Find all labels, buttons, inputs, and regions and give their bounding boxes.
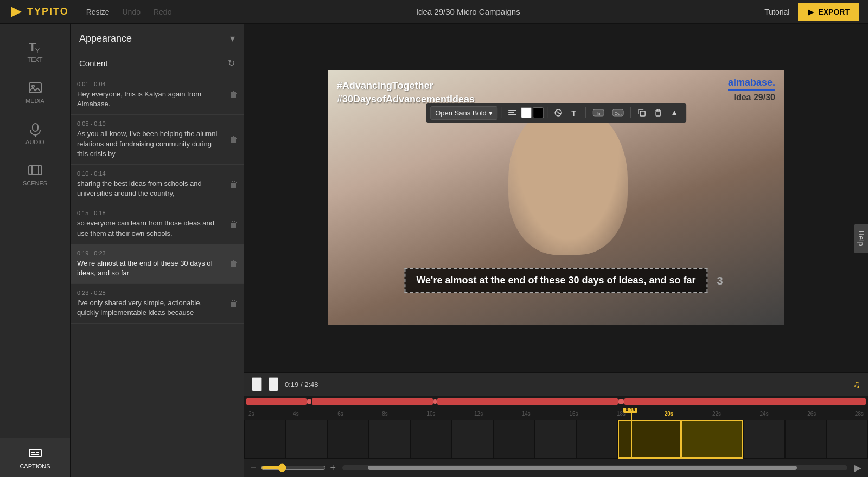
- caption-item-3[interactable]: 0:15 - 0:18 so everyone can learn from t…: [71, 204, 244, 244]
- dropdown-arrow-icon: ▾: [489, 109, 493, 117]
- toolbar-separator-4: [630, 107, 631, 118]
- svg-rect-14: [508, 110, 516, 111]
- panel-collapse-icon[interactable]: ▾: [230, 33, 235, 44]
- svg-text:T: T: [571, 109, 576, 117]
- caption-item-4[interactable]: 0:19 - 0:23 We're almost at the end of t…: [71, 244, 244, 284]
- zoom-slider[interactable]: [261, 463, 326, 472]
- delete-icon: [654, 108, 662, 117]
- idea-number: Idea 29/30: [728, 93, 775, 102]
- caption-item-1[interactable]: 0:05 - 0:10 As you all know, I've been h…: [71, 115, 244, 165]
- music-icon[interactable]: ♫: [853, 379, 861, 390]
- caption-time-3: 0:15 - 0:18: [77, 210, 218, 216]
- video-container: #AdvancingTogether #30DaysofAdvancementI…: [244, 24, 868, 372]
- nav-resize[interactable]: Resize: [86, 8, 110, 16]
- align-button[interactable]: [505, 106, 520, 119]
- texture-button[interactable]: [551, 106, 566, 119]
- caption-delete-0[interactable]: 🗑: [224, 75, 244, 114]
- scroll-bar-container[interactable]: [342, 465, 847, 470]
- thumb-6: [493, 420, 535, 459]
- thumb-1: [286, 420, 328, 459]
- thumb-10-highlighted: [681, 420, 744, 459]
- toolbar-separator-2: [547, 107, 547, 118]
- topbar-right: Tutorial ▶ EXPORT: [764, 3, 859, 21]
- playhead[interactable]: 0:19: [631, 408, 632, 420]
- video-overlay-top-right: almabase. Idea 29/30: [728, 77, 775, 102]
- svg-marker-0: [11, 7, 22, 17]
- svg-rect-15: [508, 112, 514, 113]
- restart-button[interactable]: ↺: [252, 377, 262, 391]
- export-play-icon: ▶: [808, 8, 814, 16]
- timeline-track[interactable]: [244, 396, 868, 408]
- more-options-button[interactable]: [667, 106, 682, 119]
- caption-delete-5[interactable]: 🗑: [224, 284, 244, 323]
- svg-text:In: In: [597, 111, 601, 116]
- caption-delete-1[interactable]: 🗑: [224, 115, 244, 164]
- duplicate-button[interactable]: [634, 106, 649, 119]
- audio-icon: [28, 121, 43, 137]
- delete-button[interactable]: [650, 106, 666, 119]
- toolbar-separator: [501, 107, 501, 118]
- font-selector[interactable]: Open Sans Bold ▾: [430, 106, 497, 120]
- fade-in-icon: In: [592, 107, 604, 118]
- align-icon: [508, 108, 516, 117]
- help-button[interactable]: Help: [854, 224, 868, 253]
- fade-in-button[interactable]: In: [589, 105, 608, 120]
- sidebar-item-scenes[interactable]: SCENES: [0, 156, 70, 193]
- logo[interactable]: TYPITO: [9, 4, 69, 20]
- caption-time-2: 0:10 - 0:14: [77, 170, 218, 177]
- caption-text-5: I've only shared very simple, actionable…: [77, 298, 218, 318]
- playhead-thumbnail: [631, 420, 632, 459]
- caption-item-2[interactable]: 0:10 - 0:14 sharing the best ideas from …: [71, 165, 244, 204]
- fade-out-button[interactable]: Out: [609, 105, 627, 120]
- panel-content-header: Content ↻: [71, 51, 244, 75]
- logo-text: TYPITO: [27, 6, 69, 17]
- icon-sidebar: T Y TEXT MEDIA AUDIO: [0, 24, 71, 477]
- thumb-9-highlighted: [618, 420, 681, 459]
- white-color-swatch[interactable]: [521, 107, 532, 118]
- topbar-title: Idea 29/30 Micro Campaigns: [171, 7, 764, 16]
- panel-title: Appearance: [79, 33, 132, 44]
- export-button[interactable]: ▶ EXPORT: [798, 3, 859, 21]
- caption-item-0[interactable]: 0:01 - 0:04 Hey everyone, this is Kalyan…: [71, 75, 244, 115]
- black-color-swatch[interactable]: [533, 107, 544, 118]
- caption-time-4: 0:19 - 0:23: [77, 250, 218, 256]
- text-icon: T Y: [28, 39, 43, 54]
- sidebar-item-captions[interactable]: CAPTIONS: [0, 438, 70, 477]
- play-button[interactable]: ▶: [269, 377, 278, 391]
- thumb-11: [743, 420, 785, 459]
- sidebar-item-media[interactable]: MEDIA: [0, 74, 70, 111]
- thumb-8: [576, 420, 618, 459]
- thumb-2: [327, 420, 369, 459]
- svg-rect-5: [33, 124, 38, 131]
- caption-overlay[interactable]: We're almost at the end of these 30 days…: [404, 268, 707, 293]
- panel-content-title: Content: [79, 59, 108, 68]
- caption-text-3: so everyone can learn from those ideas a…: [77, 218, 218, 238]
- topbar-nav: Resize Undo Redo: [86, 8, 172, 16]
- caption-item-5[interactable]: 0:23 - 0:28 I've only shared very simple…: [71, 284, 244, 324]
- caption-delete-3[interactable]: 🗑: [224, 204, 244, 243]
- panel-refresh-icon[interactable]: ↻: [228, 58, 235, 68]
- caption-delete-2[interactable]: 🗑: [224, 165, 244, 204]
- sidebar-item-text[interactable]: T Y TEXT: [0, 33, 70, 69]
- thumb-4: [410, 420, 452, 459]
- thumb-13: [826, 420, 868, 459]
- caption-text-1: As you all know, I've been helping the a…: [77, 129, 218, 159]
- thumb-5: [452, 420, 494, 459]
- thumbnail-strip: [244, 420, 868, 459]
- thumb-12: [785, 420, 827, 459]
- toolbar-separator-3: [585, 107, 586, 118]
- zoom-in-button[interactable]: +: [330, 462, 336, 474]
- caption-text-0: Hey everyone, this is Kalyan again from …: [77, 89, 218, 109]
- tutorial-button[interactable]: Tutorial: [764, 8, 789, 16]
- zoom-out-button[interactable]: −: [251, 462, 257, 474]
- nav-redo: Redo: [154, 8, 171, 16]
- scroll-right-button[interactable]: ▶: [854, 462, 861, 474]
- timeline-section: ↺ ▶ 0:19 / 2:48 ♫: [244, 372, 868, 477]
- playbar: ↺ ▶ 0:19 / 2:48 ♫: [244, 373, 868, 396]
- image-icon: [28, 80, 43, 95]
- svg-marker-25: [672, 111, 676, 115]
- text-style-button[interactable]: T: [567, 106, 582, 119]
- caption-delete-4[interactable]: 🗑: [224, 244, 244, 283]
- svg-rect-7: [29, 166, 42, 175]
- sidebar-item-audio[interactable]: AUDIO: [0, 115, 70, 152]
